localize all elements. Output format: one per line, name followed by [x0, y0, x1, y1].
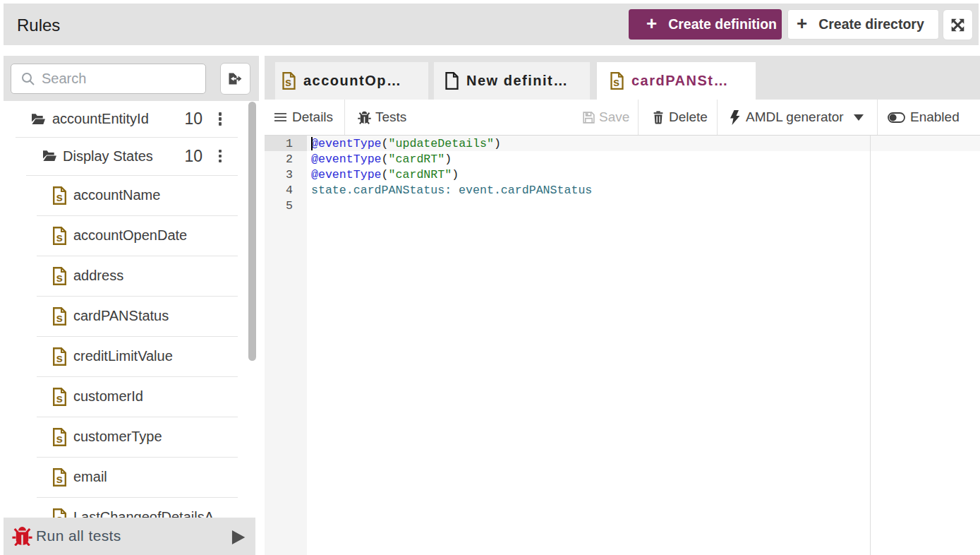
svg-text:s: s [56, 513, 62, 518]
svg-text:s: s [56, 231, 62, 244]
svg-text:s: s [56, 352, 62, 365]
svg-text:s: s [613, 76, 621, 88]
svg-text:s: s [56, 311, 62, 325]
svg-text:s: s [56, 472, 62, 486]
svg-text:s: s [56, 432, 62, 446]
svg-text:s: s [56, 392, 62, 405]
svg-text:s: s [56, 191, 62, 204]
svg-text:s: s [285, 76, 293, 88]
svg-text:s: s [56, 271, 62, 285]
